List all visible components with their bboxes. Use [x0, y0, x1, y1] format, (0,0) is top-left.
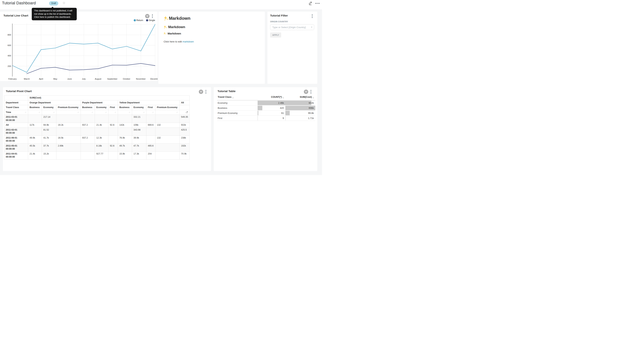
sort-icon[interactable]: ↓↑	[105, 111, 107, 114]
pivot-cell	[28, 128, 42, 136]
filter-card: Tutorial Filter ORIGIN COUNTRY Type or S…	[268, 12, 317, 84]
pivot-cell	[118, 115, 132, 123]
pivot-cell: 927.77	[95, 152, 108, 160]
cell-travel-class: First	[217, 116, 258, 121]
sort-icon[interactable]: ↓↑	[53, 111, 55, 114]
markdown-paragraph-text: Click here to edit	[164, 40, 182, 43]
pivot-cell: 142k	[118, 123, 132, 128]
table-title: Tutorial Table	[218, 90, 236, 93]
y-axis-tick: 200	[8, 65, 11, 67]
sort-icon[interactable]	[313, 97, 314, 99]
pivot-cell: 2.69k	[56, 144, 81, 152]
sort-icon[interactable]: ↓↑	[152, 111, 154, 114]
sort-icon[interactable]: ↓↑	[92, 111, 94, 114]
pivot-cell: 37.7k	[42, 144, 56, 152]
pivot-cell	[156, 128, 180, 136]
pivot-class-header: Business	[28, 105, 42, 110]
pivot-cell: 117k	[28, 123, 42, 128]
filter-count-icon[interactable]	[199, 90, 203, 94]
sort-icon[interactable]: ↓↑	[115, 111, 116, 114]
col-header-count[interactable]: COUNT(*)	[258, 94, 285, 100]
sort-icon[interactable]: ↓↑	[25, 111, 27, 114]
pivot-corner-cell	[4, 96, 28, 100]
sort-desc-active-icon[interactable]: ↓	[185, 111, 188, 114]
sparkles-icon	[163, 16, 169, 21]
pivot-row-key: All	[4, 123, 28, 128]
pivot-cell: 49.7k	[118, 144, 132, 152]
pivot-cell	[108, 136, 118, 144]
table-row: Business420696k	[217, 106, 315, 110]
pivot-row-key: 2011-06-01 00:00:00	[4, 136, 28, 144]
pivot-cell: 21.4k	[28, 152, 42, 160]
pivot-cell: 8.16k	[95, 144, 108, 152]
pivot-cell: 937.2	[81, 123, 95, 128]
pivot-cell: 70.9k	[180, 152, 190, 160]
col-header-sum-cost[interactable]: SUM(Cost)	[285, 94, 315, 100]
more-options-icon[interactable]	[310, 90, 312, 94]
draft-badge[interactable]: Draft	[49, 1, 58, 6]
pivot-cell: 465.6	[146, 144, 156, 152]
pivot-class-header: Business	[118, 105, 132, 110]
pivot-cell	[81, 144, 95, 152]
sort-icon[interactable]	[283, 97, 284, 99]
dashboard-page: Tutorial Dashboard Draft ☆ This dashboar…	[0, 0, 322, 175]
pivot-row-key: 2011-03-01 00:00:00	[4, 115, 28, 123]
pivot-cell: 937.2	[81, 136, 95, 144]
publish-tooltip: This dashboard is not published, it will…	[32, 8, 77, 20]
col-header-travel-class[interactable]: Travel Class	[217, 94, 258, 100]
pivot-sort-cell: ↓↑	[81, 110, 95, 115]
pivot-sort-cell: ↓↑	[28, 110, 42, 115]
x-axis-tick: May	[53, 78, 57, 80]
pivot-sort-cell: ↓↑	[95, 110, 108, 115]
filter-count-icon[interactable]	[304, 90, 308, 94]
pivot-sort-cell: ↓↑	[42, 110, 56, 115]
cell-count: 420	[258, 106, 285, 110]
sort-icon[interactable]	[232, 97, 234, 99]
pivot-cell	[146, 128, 156, 136]
origin-country-select[interactable]: Type or Select [Origin Country]	[270, 24, 314, 30]
apply-button[interactable]: APPLY	[270, 32, 281, 38]
pivot-department-header: All	[180, 100, 190, 105]
pivot-cell	[146, 115, 156, 123]
pivot-cell	[56, 128, 81, 136]
chevron-down-icon	[311, 27, 312, 28]
table-row: Economy2.46k602k	[217, 100, 315, 106]
sort-icon[interactable]: ↓↑	[129, 111, 130, 114]
line-chart-card: Tutorial Line Chart ReturnSingle 2004006…	[0, 12, 158, 81]
table-row: Premium Economy6199.8k	[217, 110, 315, 116]
pivot-cell	[56, 115, 81, 123]
pivot-sort-cell: ↓↑	[108, 110, 118, 115]
pivot-cell: 81.52	[42, 128, 56, 136]
markdown-edit-link[interactable]: markdown	[182, 40, 194, 43]
pivot-class-header	[180, 105, 190, 110]
pivot-department-header: Yellow Department	[118, 100, 180, 105]
ellipsis-menu-icon[interactable]	[316, 3, 320, 4]
pivot-cell	[156, 115, 180, 123]
pivot-cell: 106k	[132, 123, 146, 128]
pivot-cell: 238k	[180, 136, 190, 144]
pivot-cell: 39.9k	[132, 136, 146, 144]
pivot-sort-cell: ↓↑	[132, 110, 146, 115]
sort-icon[interactable]: ↓↑	[78, 111, 79, 114]
sort-icon[interactable]: ↓↑	[176, 111, 178, 114]
pivot-sort-row: Time↓↑↓↑↓↑↓↑↓↑↓↑↓↑↓↑↓↑↓↑↓↑↓	[4, 110, 190, 115]
favorite-star-icon[interactable]: ☆	[62, 1, 66, 6]
pivot-cell	[156, 152, 180, 160]
pivot-class-label: Travel Class	[4, 105, 28, 110]
sort-icon[interactable]: ↓↑	[143, 111, 145, 114]
pivot-cell: 12.3k	[95, 136, 108, 144]
pivot-cell: 16.5k	[56, 136, 81, 144]
cell-travel-class: Business	[217, 106, 258, 110]
pivot-cell: 669.6	[146, 123, 156, 128]
pivot-cell	[108, 115, 118, 123]
pivot-department-row: DepartmentOrange DepartmentPurple Depart…	[4, 100, 190, 105]
pivot-cell	[146, 136, 156, 144]
table-card: Tutorial Table Travel Class COUNT(*) SUM…	[214, 87, 317, 171]
edit-pencil-icon[interactable]	[308, 1, 312, 5]
pivot-sort-cell: ↓↑	[156, 110, 180, 115]
cell-travel-class: Economy	[217, 100, 258, 106]
pivot-cell: 204	[146, 152, 156, 160]
more-options-icon[interactable]	[205, 90, 207, 94]
sort-icon[interactable]: ↓↑	[39, 111, 40, 114]
more-options-icon[interactable]	[311, 14, 314, 18]
